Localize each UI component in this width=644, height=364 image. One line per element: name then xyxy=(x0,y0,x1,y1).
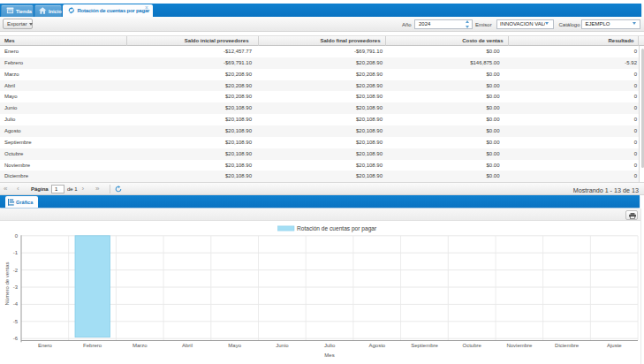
svg-text:Octubre: Octubre xyxy=(463,342,482,347)
svg-text:Número de ventas: Número de ventas xyxy=(4,262,10,305)
svg-text:-2: -2 xyxy=(13,267,19,272)
svg-text:Ajuste: Ajuste xyxy=(607,342,622,347)
svg-text:Enero: Enero xyxy=(38,342,53,347)
svg-text:-5: -5 xyxy=(13,318,19,323)
svg-text:-4: -4 xyxy=(13,301,19,307)
svg-text:Mayo: Mayo xyxy=(228,342,241,347)
svg-text:Julio: Julio xyxy=(324,342,336,347)
svg-text:Rotación de cuentas por pagar: Rotación de cuentas por pagar xyxy=(297,225,377,232)
svg-text:Noviembre: Noviembre xyxy=(506,342,533,347)
svg-text:Diciembre: Diciembre xyxy=(555,342,580,347)
svg-text:0: 0 xyxy=(15,232,19,238)
svg-text:Agosto: Agosto xyxy=(368,342,385,347)
svg-text:Septiembre: Septiembre xyxy=(411,342,438,347)
svg-text:Abril: Abril xyxy=(182,342,193,347)
svg-text:Febrero: Febrero xyxy=(83,342,102,347)
svg-text:Mes: Mes xyxy=(324,352,334,357)
svg-text:-3: -3 xyxy=(13,284,19,290)
svg-text:Marzo: Marzo xyxy=(133,342,148,347)
svg-text:Junio: Junio xyxy=(276,342,289,347)
svg-text:-1: -1 xyxy=(13,250,19,255)
svg-text:-6: -6 xyxy=(13,336,19,341)
